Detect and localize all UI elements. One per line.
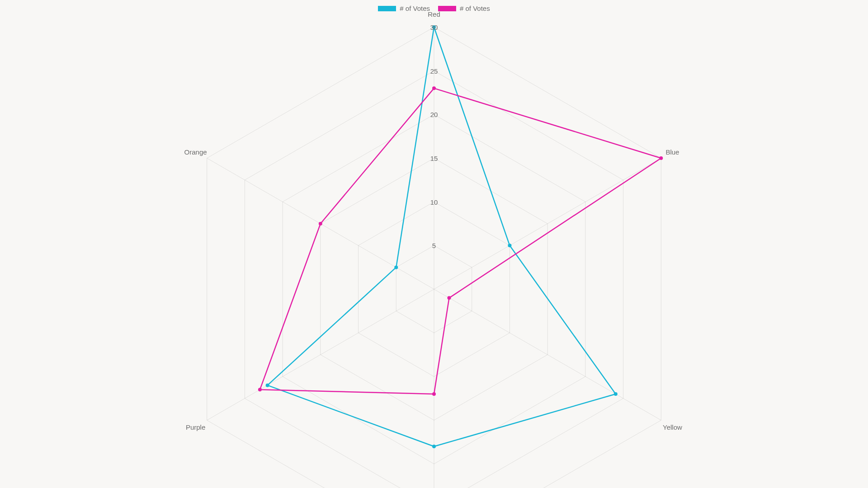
legend-swatch-2 [438, 6, 456, 11]
legend-label-2: # of Votes [460, 5, 490, 12]
svg-point-17 [266, 384, 269, 387]
axis-label-blue: Blue [665, 148, 679, 155]
svg-point-25 [319, 222, 322, 225]
tick-label-15: 15 [430, 155, 438, 162]
svg-point-14 [508, 244, 511, 247]
tick-label-20: 20 [430, 111, 438, 118]
axis-label-yellow: Yellow [663, 423, 682, 431]
radar-chart: # of Votes # of Votes Red Blue Yellow Gr… [0, 0, 868, 488]
axis-label-purple: Purple [186, 423, 205, 431]
svg-point-24 [258, 388, 262, 391]
svg-point-22 [447, 296, 451, 300]
tick-label-25: 25 [430, 67, 438, 75]
axis-label-red: Red [428, 10, 440, 18]
legend-label-1: # of Votes [400, 5, 430, 12]
legend-swatch-1 [378, 6, 396, 11]
svg-point-21 [659, 156, 663, 160]
tick-label-5: 5 [432, 242, 436, 249]
svg-point-18 [394, 266, 398, 269]
svg-marker-19 [260, 88, 661, 394]
svg-point-23 [432, 392, 436, 396]
axis-label-orange: Orange [184, 148, 207, 155]
svg-point-15 [614, 392, 618, 396]
legend-item-series-2[interactable]: # of Votes [438, 5, 490, 12]
tick-label-30: 30 [430, 23, 438, 31]
tick-label-10: 10 [430, 198, 438, 206]
legend-item-series-1[interactable]: # of Votes [378, 5, 430, 12]
svg-point-20 [432, 86, 436, 90]
svg-point-16 [432, 445, 436, 448]
